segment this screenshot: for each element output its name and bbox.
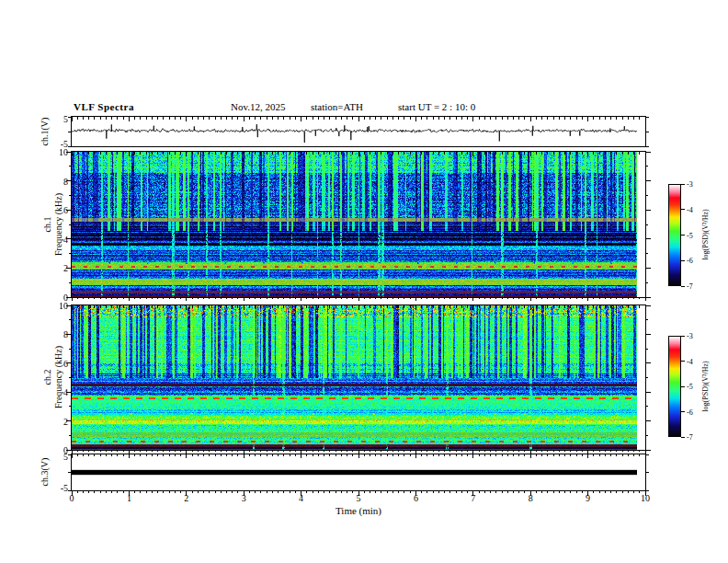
time-tick — [495, 450, 496, 452]
time-tick — [192, 297, 193, 299]
time-tick — [553, 305, 554, 308]
time-tick — [324, 454, 324, 456]
volt-tick — [68, 472, 72, 473]
time-tick — [587, 152, 588, 156]
time-tick — [438, 454, 439, 456]
time-tick — [518, 305, 519, 308]
time-tick — [336, 297, 336, 299]
time-tick — [106, 117, 107, 120]
time-tick — [255, 450, 256, 452]
time-tick — [495, 454, 496, 456]
time-tick — [502, 117, 503, 120]
time-tick — [633, 305, 634, 308]
ch1-frequency-axis-label: Frequency (kHz) — [53, 193, 63, 256]
time-tick — [106, 454, 107, 456]
time-tick — [163, 305, 164, 308]
volt-tick-label: 5 — [39, 114, 68, 124]
time-tick — [421, 305, 422, 308]
time-tick — [215, 454, 216, 456]
time-tick — [186, 454, 187, 458]
time-tick — [639, 117, 640, 120]
time-tick — [111, 117, 112, 120]
time-tick — [175, 152, 176, 155]
time-tick-label: 5 — [357, 493, 361, 503]
time-tick — [157, 305, 158, 308]
time-tick — [421, 152, 422, 155]
colorbar-tick-label: -3 — [687, 332, 693, 340]
time-tick — [622, 490, 623, 493]
time-tick — [427, 152, 427, 155]
time-tick — [616, 152, 617, 155]
time-tick — [410, 454, 411, 456]
time-tick — [267, 152, 267, 155]
time-tick — [260, 490, 261, 493]
time-tick — [169, 117, 170, 120]
time-tick — [318, 152, 319, 155]
time-tick — [582, 152, 583, 155]
time-tick — [260, 152, 261, 155]
time-tick — [427, 305, 427, 308]
time-tick — [582, 297, 583, 299]
time-tick — [244, 454, 245, 458]
time-tick — [502, 454, 503, 456]
time-tick — [244, 117, 245, 121]
time-tick — [507, 305, 508, 308]
time-tick — [249, 117, 250, 120]
time-tick — [461, 117, 462, 120]
time-tick — [146, 152, 147, 155]
time-tick — [433, 152, 434, 155]
time-tick — [341, 117, 342, 120]
time-tick — [226, 297, 227, 299]
colorbar-tick-label: -7 — [687, 282, 693, 291]
time-tick — [232, 117, 233, 120]
time-tick — [140, 490, 141, 493]
time-tick — [83, 454, 84, 456]
time-tick — [404, 297, 404, 299]
time-tick — [467, 450, 468, 452]
time-tick — [645, 305, 646, 310]
time-tick-label: 9 — [586, 493, 590, 503]
time-tick — [203, 454, 204, 456]
time-tick — [628, 454, 629, 456]
time-tick — [421, 454, 422, 456]
freq-tick-label: 10 — [39, 301, 68, 311]
time-tick — [295, 305, 296, 308]
time-tick — [313, 450, 313, 452]
time-tick — [456, 152, 457, 155]
time-tick — [169, 490, 170, 493]
time-tick — [553, 297, 554, 299]
freq-tick — [645, 362, 651, 363]
time-tick — [484, 297, 485, 299]
time-tick — [278, 305, 279, 308]
time-tick — [404, 305, 404, 308]
figure-station: station=ATH — [311, 101, 363, 112]
time-tick — [645, 450, 646, 454]
time-tick — [192, 454, 193, 456]
time-tick — [77, 450, 78, 452]
time-tick — [260, 297, 261, 299]
volt-tick — [645, 146, 649, 147]
time-tick — [278, 454, 279, 456]
time-tick — [146, 450, 147, 452]
time-tick — [381, 454, 381, 456]
time-tick — [364, 454, 365, 456]
time-tick — [370, 454, 370, 456]
time-tick — [582, 305, 583, 308]
time-tick — [364, 117, 365, 120]
time-tick — [398, 297, 399, 299]
time-tick — [226, 117, 227, 120]
time-tick — [169, 152, 170, 155]
time-tick — [283, 450, 284, 452]
time-tick — [622, 117, 623, 120]
time-tick — [324, 297, 324, 299]
time-tick — [518, 454, 519, 456]
time-tick — [111, 490, 112, 493]
time-tick — [599, 450, 600, 452]
freq-tick — [645, 268, 651, 269]
time-tick — [576, 117, 577, 120]
time-tick — [341, 152, 342, 155]
time-tick — [198, 454, 199, 456]
time-tick — [610, 305, 611, 308]
time-tick — [169, 454, 170, 456]
time-tick — [576, 297, 577, 299]
